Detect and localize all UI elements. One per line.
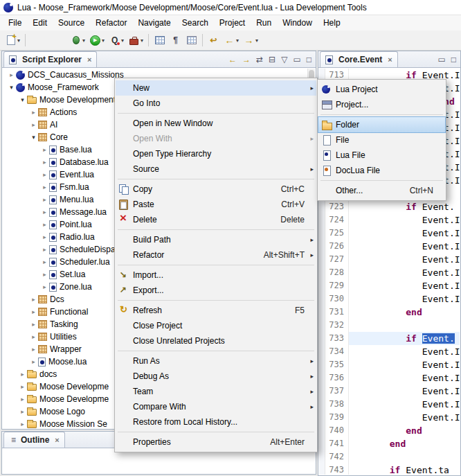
collapsed-arrow-icon[interactable]: ▸ bbox=[40, 258, 49, 265]
menu-file[interactable]: File bbox=[3, 16, 27, 30]
coverage-button[interactable]: Q▾ bbox=[107, 33, 125, 48]
collapsed-arrow-icon[interactable]: ▸ bbox=[29, 358, 38, 365]
collapsed-arrow-icon[interactable]: ▸ bbox=[18, 396, 27, 403]
menu-run[interactable]: Run bbox=[251, 16, 277, 30]
context-menu-item-open-in-new-window[interactable]: Open in New Window bbox=[116, 116, 316, 131]
new-submenu-item-lua-file[interactable]: Lua File bbox=[318, 148, 445, 163]
expanded-arrow-icon[interactable]: ▾ bbox=[29, 134, 38, 141]
context-menu-item-copy[interactable]: CopyCtrl+C bbox=[116, 182, 316, 197]
new-submenu-item-folder[interactable]: Folder bbox=[318, 117, 445, 132]
context-menu-item-go-into[interactable]: Go Into bbox=[116, 96, 316, 111]
collapsed-arrow-icon[interactable]: ▸ bbox=[29, 121, 38, 128]
menu-search[interactable]: Search bbox=[177, 16, 214, 30]
code-line-723[interactable]: 723 if Event. bbox=[319, 200, 460, 213]
code-line-741[interactable]: 741 end bbox=[319, 437, 460, 450]
code-line-740[interactable]: 740 end bbox=[319, 424, 460, 437]
collapsed-arrow-icon[interactable]: ▸ bbox=[40, 196, 49, 203]
code-line-739[interactable]: 739 Event.Ini bbox=[319, 411, 460, 424]
collapsed-arrow-icon[interactable]: ▸ bbox=[40, 233, 49, 240]
tab-script-explorer[interactable]: Script Explorer × bbox=[3, 51, 97, 67]
collapsed-arrow-icon[interactable]: ▸ bbox=[40, 146, 49, 153]
last-edit-location-button[interactable]: ↩ bbox=[206, 33, 221, 48]
expanded-arrow-icon[interactable]: ▾ bbox=[7, 84, 16, 91]
code-line-726[interactable]: 726 Event.Ini bbox=[319, 240, 460, 253]
code-line-725[interactable]: 725 Event.Ini bbox=[319, 227, 460, 240]
forward-button[interactable]: → bbox=[240, 55, 253, 64]
external-tools-button[interactable]: ▾ bbox=[127, 33, 145, 48]
context-menu-item-close-unrelated-projects[interactable]: Close Unrelated Projects bbox=[116, 333, 316, 349]
collapsed-arrow-icon[interactable]: ▸ bbox=[40, 221, 49, 228]
collapsed-arrow-icon[interactable]: ▸ bbox=[40, 283, 49, 290]
close-icon[interactable]: × bbox=[55, 436, 59, 444]
menu-project[interactable]: Project bbox=[214, 16, 251, 30]
code-line-733[interactable]: 733 if Event. bbox=[319, 332, 460, 345]
tab-core-event[interactable]: Core.Event × bbox=[320, 51, 398, 67]
collapsed-arrow-icon[interactable]: ▸ bbox=[29, 346, 38, 353]
context-menu-item-compare-with[interactable]: Compare With▸ bbox=[116, 399, 316, 414]
context-menu-item-export[interactable]: Export... bbox=[116, 283, 316, 298]
context-menu-item-team[interactable]: Team▸ bbox=[116, 384, 316, 399]
menu-source[interactable]: Source bbox=[53, 16, 90, 30]
new-submenu-item-lua-project[interactable]: Lua Project bbox=[318, 82, 445, 97]
menu-navigate[interactable]: Navigate bbox=[132, 16, 176, 30]
context-menu-item-paste[interactable]: PasteCtrl+V bbox=[116, 197, 316, 212]
collapsed-arrow-icon[interactable]: ▸ bbox=[40, 184, 49, 191]
context-menu-item-import[interactable]: Import... bbox=[116, 267, 316, 283]
collapsed-arrow-icon[interactable]: ▸ bbox=[7, 71, 16, 78]
code-line-743[interactable]: 743 if Event.ta bbox=[319, 464, 460, 475]
context-menu-item-build-path[interactable]: Build Path▸ bbox=[116, 232, 316, 247]
close-icon[interactable]: × bbox=[388, 55, 392, 64]
context-menu-item-new[interactable]: New▸ bbox=[116, 80, 316, 96]
collapsed-arrow-icon[interactable]: ▸ bbox=[29, 296, 38, 303]
collapsed-arrow-icon[interactable]: ▸ bbox=[40, 209, 49, 215]
context-menu-item-debug-as[interactable]: Debug As▸ bbox=[116, 369, 316, 384]
context-menu-item-source[interactable]: Source▸ bbox=[116, 161, 316, 177]
context-menu-item-delete[interactable]: DeleteDelete bbox=[116, 212, 316, 227]
collapsed-arrow-icon[interactable]: ▸ bbox=[18, 383, 27, 390]
menu-refactor[interactable]: Refactor bbox=[90, 16, 132, 30]
formatting-marks-button[interactable]: ¶ bbox=[168, 33, 183, 48]
code-line-735[interactable]: 735 Event.Ini bbox=[319, 358, 460, 371]
close-icon[interactable]: × bbox=[87, 55, 91, 64]
table-view-button[interactable] bbox=[152, 33, 167, 48]
maximize-button[interactable]: □ bbox=[449, 55, 458, 64]
collapsed-arrow-icon[interactable]: ▸ bbox=[29, 109, 38, 116]
context-menu-item-refresh[interactable]: RefreshF5 bbox=[116, 303, 316, 318]
collapsed-arrow-icon[interactable]: ▸ bbox=[29, 308, 38, 315]
tab-outline[interactable]: ≡ Outline × bbox=[3, 432, 65, 448]
maximize-button[interactable]: □ bbox=[305, 55, 314, 64]
code-line-731[interactable]: 731 end bbox=[319, 306, 460, 319]
context-menu-item-restore-from-local-history[interactable]: Restore from Local History... bbox=[116, 414, 316, 430]
collapsed-arrow-icon[interactable]: ▸ bbox=[29, 321, 38, 328]
new-submenu-item-project[interactable]: Project... bbox=[318, 97, 445, 112]
collapsed-arrow-icon[interactable]: ▸ bbox=[40, 246, 49, 253]
minimize-button[interactable]: ▭ bbox=[435, 55, 447, 64]
collapsed-arrow-icon[interactable]: ▸ bbox=[40, 159, 49, 166]
context-menu-item-properties[interactable]: PropertiesAlt+Enter bbox=[116, 434, 316, 450]
forward-history-button[interactable]: →▾ bbox=[242, 33, 260, 48]
code-line-742[interactable]: 742 bbox=[319, 450, 460, 464]
link-with-editor-button[interactable]: ⇄ bbox=[254, 55, 265, 64]
code-line-736[interactable]: 736 Event.Ini bbox=[319, 371, 460, 385]
code-line-730[interactable]: 730 Event.Ini bbox=[319, 292, 460, 306]
debug-button[interactable]: ▾ bbox=[69, 33, 87, 48]
menu-help[interactable]: Help bbox=[318, 16, 346, 30]
context-menu-item-refactor[interactable]: RefactorAlt+Shift+T▸ bbox=[116, 247, 316, 263]
code-line-727[interactable]: 727 Event.Ini bbox=[319, 253, 460, 266]
new-submenu-item-file[interactable]: File bbox=[318, 132, 445, 148]
view-menu-button[interactable]: ▽ bbox=[279, 55, 289, 64]
collapsed-arrow-icon[interactable]: ▸ bbox=[29, 333, 38, 340]
run-button[interactable]: ▾ bbox=[88, 33, 106, 48]
context-menu-item-open-type-hierarchy[interactable]: Open Type Hierarchy bbox=[116, 146, 316, 161]
back-button[interactable]: ← bbox=[226, 55, 239, 64]
code-line-734[interactable]: 734 Event.Ini bbox=[319, 345, 460, 358]
collapsed-arrow-icon[interactable]: ▸ bbox=[18, 408, 27, 415]
context-menu-item-close-project[interactable]: Close Project bbox=[116, 318, 316, 333]
new-submenu-item-doclua-file[interactable]: DocLua File bbox=[318, 163, 445, 178]
code-line-738[interactable]: 738 Event.Ini bbox=[319, 398, 460, 411]
collapsed-arrow-icon[interactable]: ▸ bbox=[40, 171, 49, 178]
new-submenu-item-other[interactable]: Other...Ctrl+N bbox=[318, 183, 445, 198]
menu-window[interactable]: Window bbox=[277, 16, 318, 30]
collapsed-arrow-icon[interactable]: ▸ bbox=[40, 271, 49, 278]
code-line-724[interactable]: 724 Event.Ini bbox=[319, 213, 460, 227]
